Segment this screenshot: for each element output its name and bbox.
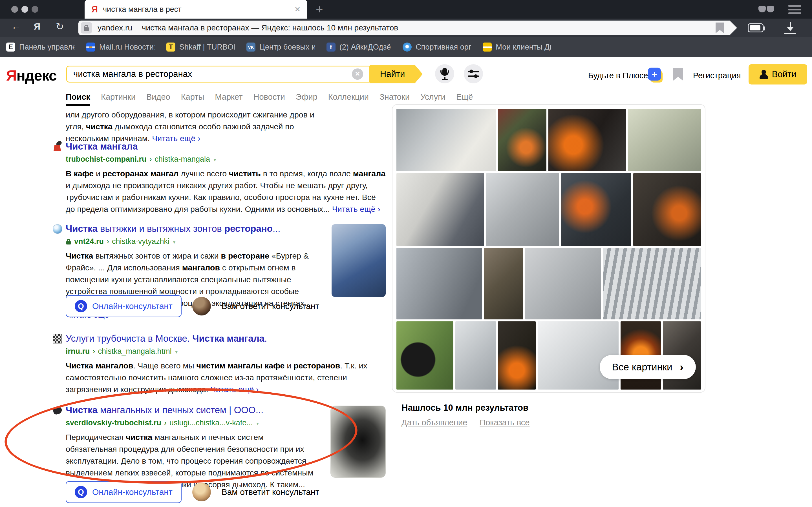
consultant-row: Q Онлайн-консультант Вам ответит консуль… <box>66 481 319 503</box>
tab-services[interactable]: Услуги <box>420 93 446 102</box>
result-url[interactable]: sverdlovskiy-trubochist.ru › uslugi...ch… <box>66 418 322 427</box>
consultant-avatar <box>192 483 211 501</box>
bookmark-item[interactable]: E Панель управлен <box>6 43 74 52</box>
bookmark-item[interactable]: T Shkaff | TURBOLO <box>166 43 235 52</box>
yandex-plus-link[interactable]: Будьте в Плюсе <box>588 71 648 80</box>
image-thumbnail[interactable] <box>548 109 626 171</box>
bookmark-item[interactable]: Спортивная орга <box>403 43 471 52</box>
search-submit-button[interactable]: Найти <box>370 65 415 83</box>
bookmark-label: Центр боевых ис <box>259 43 315 52</box>
results-count-text: Нашлось 10 млн результатов <box>402 403 528 413</box>
image-thumbnail[interactable] <box>498 321 536 390</box>
all-images-button[interactable]: Все картинки › <box>600 355 696 379</box>
url-menu-caret-icon[interactable]: ▼ <box>174 350 179 354</box>
incognito-glasses-icon[interactable] <box>758 6 774 12</box>
serp-tab-row: Поиск Картинки Видео Карты Маркет Новост… <box>66 93 473 102</box>
result-url[interactable]: vnt24.ru › chistka-vytyazhki ▼ <box>66 237 324 246</box>
login-label: Войти <box>772 69 797 79</box>
yandex-serp-page: Яндекс чистка мангала в ресторанах ✕ Най… <box>0 57 812 507</box>
browser-menu-icon[interactable] <box>788 5 801 16</box>
address-bar[interactable]: yandex.ru чистка мангала в ресторанах — … <box>79 20 730 35</box>
tab-images[interactable]: Картинки <box>101 93 136 102</box>
tab-search[interactable]: Поиск <box>66 93 90 102</box>
image-thumbnail[interactable] <box>396 321 453 390</box>
favorites-flag-icon[interactable] <box>673 68 683 80</box>
image-thumbnail[interactable] <box>396 173 484 246</box>
url-menu-caret-icon[interactable]: ▼ <box>256 421 260 426</box>
bookmark-item[interactable]: Мои клиенты Дир <box>483 43 551 52</box>
tab-efir[interactable]: Эфир <box>296 93 317 102</box>
window-close-button[interactable] <box>11 6 18 13</box>
turbologo-icon: T <box>166 43 175 52</box>
browser-tab[interactable]: Я чистка мангала в рест ✕ <box>85 0 307 18</box>
login-button[interactable]: Войти <box>749 64 807 84</box>
bookmark-item[interactable]: Mail.ru Новости: <box>86 43 154 52</box>
image-thumbnail[interactable] <box>633 173 701 246</box>
result-title-link[interactable]: Услуги трубочиста в Москве. Чистка манга… <box>66 333 386 344</box>
window-minimize-button[interactable] <box>21 6 28 13</box>
register-link[interactable]: Регистрация <box>693 71 741 80</box>
url-domain: yandex.ru <box>98 23 132 33</box>
yandex-home-button[interactable]: Я <box>34 21 40 32</box>
image-thumbnail[interactable] <box>455 321 496 390</box>
url-menu-caret-icon[interactable]: ▼ <box>172 240 176 244</box>
bookmark-item[interactable]: f (2) АйкиДОдзё <box>326 43 391 52</box>
yandex-logo[interactable]: Яндекс <box>6 67 57 84</box>
tab-video[interactable]: Видео <box>146 93 170 102</box>
tab-znatoki[interactable]: Знатоки <box>379 93 410 102</box>
tab-market[interactable]: Маркет <box>215 93 243 102</box>
image-thumbnail[interactable] <box>628 109 701 171</box>
vk-icon: VK <box>246 43 255 52</box>
back-button[interactable]: ← <box>11 21 21 32</box>
result-url[interactable]: irnu.ru › chistka_mangala.html ▼ <box>66 347 386 356</box>
search-result: Чистка мангала trubochist-compani.ru › c… <box>66 141 386 215</box>
sverdlovskiy-favicon <box>52 406 63 415</box>
browser-nav-bar: ← Я ↻ yandex.ru чистка мангала в рестора… <box>0 18 812 37</box>
bookmark-label: Мои клиенты Дир <box>496 43 551 52</box>
clear-search-icon[interactable]: ✕ <box>352 68 363 80</box>
plus-badge-icon[interactable]: + <box>648 68 661 80</box>
bookmark-flag-icon[interactable] <box>716 22 724 33</box>
voice-search-button[interactable] <box>435 64 454 83</box>
tab-news[interactable]: Новости <box>253 93 285 102</box>
bookmark-item[interactable]: VK Центр боевых ис <box>246 43 315 52</box>
new-tab-button[interactable]: + <box>316 2 323 16</box>
downloads-icon[interactable] <box>784 22 797 34</box>
url-page-title: чистка мангала в ресторанах — Яндекс: на… <box>142 23 716 33</box>
consultant-chat-icon: Q <box>75 486 87 498</box>
search-filters-button[interactable] <box>464 64 483 83</box>
tab-more[interactable]: Ещё <box>456 93 473 102</box>
refresh-button[interactable]: ↻ <box>56 21 64 32</box>
image-thumbnail[interactable] <box>486 173 559 246</box>
bookmark-label: (2) АйкиДОдзё <box>340 43 391 52</box>
image-thumbnail[interactable] <box>484 248 523 320</box>
result-domain: vnt24.ru <box>74 237 104 246</box>
online-consultant-button[interactable]: Q Онлайн-консультант <box>66 481 182 503</box>
image-thumbnail[interactable] <box>525 248 601 320</box>
window-zoom-button[interactable] <box>32 6 38 13</box>
tab-collections[interactable]: Коллекции <box>328 93 369 102</box>
online-consultant-button[interactable]: Q Онлайн-консультант <box>66 295 182 317</box>
tab-close-icon[interactable]: ✕ <box>294 5 301 14</box>
image-thumbnail[interactable] <box>396 248 482 320</box>
image-thumbnail[interactable] <box>603 248 701 320</box>
image-thumbnail[interactable] <box>498 109 546 171</box>
ssl-lock-icon[interactable] <box>81 22 92 34</box>
consultant-button-label: Онлайн-консультант <box>92 301 172 311</box>
image-thumbnail[interactable] <box>396 109 496 171</box>
search-input[interactable]: чистка мангала в ресторанах <box>66 66 370 82</box>
tab-maps[interactable]: Карты <box>181 93 204 102</box>
all-images-label: Все картинки <box>612 361 672 373</box>
image-thumbnail[interactable] <box>561 173 631 246</box>
show-all-link[interactable]: Показать все <box>479 418 529 427</box>
vnt24-favicon <box>53 224 62 234</box>
place-ad-link[interactable]: Дать объявление <box>402 418 467 427</box>
result-title-link[interactable]: Чистка мангала <box>66 141 386 152</box>
result-thumbnail[interactable] <box>331 406 386 478</box>
url-menu-caret-icon[interactable]: ▼ <box>213 158 217 162</box>
result-url[interactable]: trubochist-compani.ru › chistka-mangala … <box>66 155 386 164</box>
result-thumbnail[interactable] <box>332 224 386 297</box>
tab-title: чистка мангала в рест <box>103 5 290 14</box>
image-thumbnail[interactable] <box>538 321 619 390</box>
https-lock-icon <box>66 238 71 245</box>
